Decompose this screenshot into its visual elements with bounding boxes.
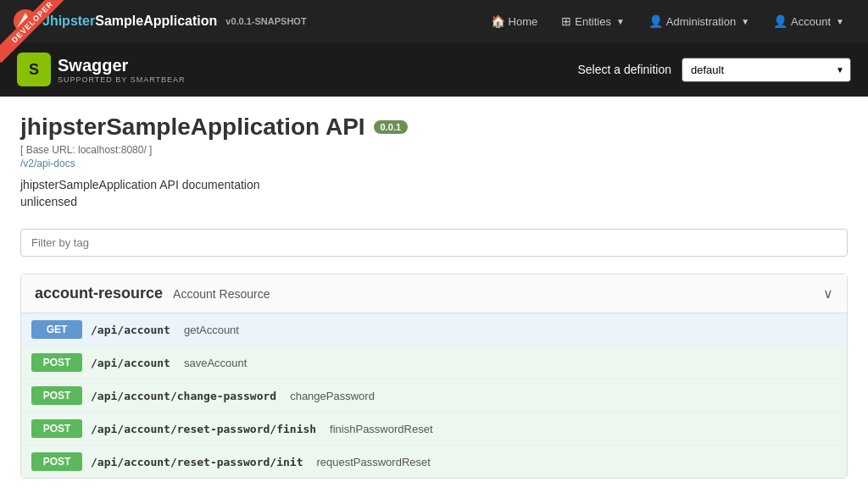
api-license: unlicensed	[20, 195, 848, 208]
endpoint-row[interactable]: POST/api/account/reset-password/initrequ…	[21, 446, 847, 478]
swagger-definition-wrapper[interactable]: default	[682, 58, 851, 82]
method-badge: POST	[31, 386, 82, 405]
swagger-bar: S Swagger Supported by SMARTBEAR Select …	[0, 42, 868, 97]
nav-entities[interactable]: ⊞ Entities ▼	[551, 8, 635, 35]
swagger-definition-select[interactable]: default	[682, 58, 851, 82]
ribbon-label: Developer	[0, 0, 68, 63]
endpoint-row[interactable]: POST/api/accountsaveAccount	[21, 346, 847, 379]
admin-icon: 👤	[648, 14, 663, 28]
endpoints-list: GET/api/accountgetAccountPOST/api/accoun…	[21, 313, 847, 478]
nav-account[interactable]: 👤 Account ▼	[763, 8, 854, 35]
endpoint-row[interactable]: GET/api/accountgetAccount	[21, 313, 847, 346]
filter-input[interactable]	[20, 229, 848, 257]
endpoint-row[interactable]: POST/api/account/change-passwordchangePa…	[21, 379, 847, 413]
api-title-section: jhipsterSampleApplication API 0.0.1	[20, 114, 848, 141]
filter-section	[20, 229, 848, 257]
method-badge: POST	[31, 452, 82, 471]
endpoint-path: /api/account	[91, 357, 170, 369]
api-docs-link[interactable]: /v2/api-docs	[20, 158, 848, 169]
endpoint-path: /api/account/change-password	[91, 390, 276, 402]
account-chevron-icon: ▼	[836, 17, 844, 26]
navbar: Developer JhipsterSampleApplication v0.0…	[0, 0, 868, 42]
endpoint-operation: changePassword	[290, 390, 375, 402]
entities-icon: ⊞	[561, 14, 571, 28]
api-base-url: [ Base URL: localhost:8080/ ]	[20, 144, 848, 156]
resource-name: account-resource	[35, 285, 163, 302]
swagger-text: Swagger Supported by SMARTBEAR	[58, 56, 186, 84]
api-title: jhipsterSampleApplication API	[20, 114, 365, 141]
resource-header[interactable]: account-resource Account Resource ∨	[21, 274, 847, 313]
swagger-definition-label: Select a definition	[577, 63, 671, 76]
nav-administration[interactable]: 👤 Administration ▼	[638, 8, 760, 35]
main-content: jhipsterSampleApplication API 0.0.1 [ Ba…	[0, 97, 868, 493]
endpoint-path: /api/account/reset-password/init	[91, 456, 303, 468]
admin-chevron-icon: ▼	[741, 17, 749, 26]
endpoint-row[interactable]: POST/api/account/reset-password/finishfi…	[21, 413, 847, 446]
nav-administration-label: Administration	[666, 15, 736, 28]
nav-home-label: Home	[509, 15, 538, 28]
resource-group: account-resource Account Resource ∨ GET/…	[20, 274, 848, 479]
api-description: jhipsterSampleApplication API documentat…	[20, 178, 848, 191]
home-icon: 🏠	[491, 14, 505, 28]
method-badge: POST	[31, 419, 82, 438]
swagger-name: Swagger	[58, 56, 186, 75]
api-version-badge: 0.0.1	[374, 120, 408, 134]
endpoint-path: /api/account/reset-password/finish	[91, 423, 316, 435]
brand-name: JhipsterSampleApplication	[42, 14, 217, 29]
endpoint-path: /api/account	[91, 324, 170, 336]
endpoint-operation: getAccount	[184, 324, 239, 336]
swagger-by: Supported by SMARTBEAR	[58, 75, 186, 84]
method-badge: POST	[31, 353, 82, 372]
endpoint-operation: saveAccount	[184, 357, 247, 369]
swagger-definition-section: Select a definition default	[577, 58, 851, 82]
nav-home[interactable]: 🏠 Home	[481, 8, 548, 35]
resource-chevron-icon: ∨	[823, 285, 833, 302]
nav-menu: 🏠 Home ⊞ Entities ▼ 👤 Administration ▼ 👤…	[481, 8, 854, 35]
endpoint-operation: requestPasswordReset	[316, 456, 430, 468]
account-icon: 👤	[773, 14, 787, 28]
method-badge: GET	[31, 320, 82, 339]
endpoint-operation: finishPasswordReset	[330, 423, 432, 435]
entities-chevron-icon: ▼	[616, 17, 625, 26]
developer-ribbon: Developer	[0, 0, 68, 68]
nav-entities-label: Entities	[575, 15, 611, 28]
resource-description: Account Resource	[173, 287, 270, 301]
nav-account-label: Account	[791, 15, 831, 28]
brand-version: v0.0.1-SNAPSHOT	[225, 16, 306, 26]
